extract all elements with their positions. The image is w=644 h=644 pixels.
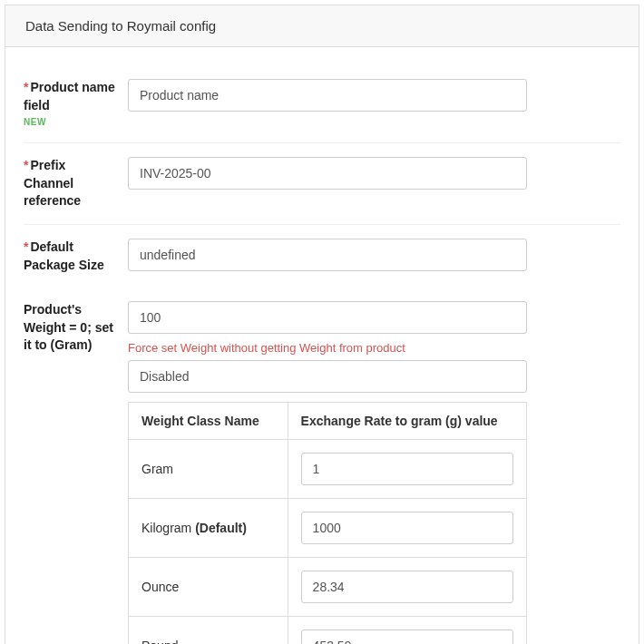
table-row: Gram xyxy=(129,440,527,499)
default-suffix: (Default) xyxy=(191,521,247,535)
exchange-rate-cell xyxy=(288,440,526,499)
panel-body: *Product name field NEW *Prefix Channel … xyxy=(5,47,639,644)
exchange-rate-cell xyxy=(288,617,526,644)
required-asterisk: * xyxy=(24,239,28,254)
product-name-input[interactable] xyxy=(128,79,527,112)
th-weight-class-name: Weight Class Name xyxy=(129,403,288,440)
required-asterisk: * xyxy=(24,80,28,94)
row-prefix-channel: *Prefix Channel reference xyxy=(24,143,620,225)
weight-input[interactable] xyxy=(128,301,527,334)
config-panel: Data Sending to Roymail config *Product … xyxy=(5,5,639,644)
exchange-rate-cell xyxy=(288,558,526,617)
panel-title: Data Sending to Roymail config xyxy=(5,5,639,47)
exchange-rate-cell xyxy=(288,499,526,558)
label-weight: Product's Weight = 0; set it to (Gram) xyxy=(24,301,128,644)
label-product-name: *Product name field NEW xyxy=(24,79,128,129)
row-weight: Product's Weight = 0; set it to (Gram) F… xyxy=(24,288,620,644)
weight-class-name-cell: Ounce xyxy=(129,558,288,617)
weight-class-name-cell: Gram xyxy=(129,440,288,499)
weight-class-table: Weight Class Name Exchange Rate to gram … xyxy=(128,402,527,644)
exchange-rate-input[interactable] xyxy=(301,453,513,485)
table-row: Ounce xyxy=(129,558,527,617)
label-prefix-channel: *Prefix Channel reference xyxy=(24,157,128,210)
exchange-rate-input[interactable] xyxy=(301,512,513,544)
weight-class-name-cell: Pound xyxy=(129,617,288,644)
table-row: Pound xyxy=(129,617,527,644)
label-package-size: *Default Package Size xyxy=(24,239,128,274)
row-package-size: *Default Package Size xyxy=(24,225,620,288)
weight-help-text: Force set Weight without getting Weight … xyxy=(128,341,620,355)
weight-disabled-select[interactable] xyxy=(128,360,527,393)
exchange-rate-input[interactable] xyxy=(301,571,513,603)
th-exchange-rate: Exchange Rate to gram (g) value xyxy=(288,403,526,440)
weight-class-name-cell: Kilogram (Default) xyxy=(129,499,288,558)
badge-new: NEW xyxy=(24,116,119,129)
weight-table-body: GramKilogram (Default)OuncePound xyxy=(129,440,527,644)
package-size-input[interactable] xyxy=(128,239,527,271)
table-row: Kilogram (Default) xyxy=(129,499,527,558)
prefix-channel-input[interactable] xyxy=(128,157,527,190)
exchange-rate-input[interactable] xyxy=(301,629,513,644)
required-asterisk: * xyxy=(24,158,28,172)
row-product-name: *Product name field NEW xyxy=(24,65,620,143)
